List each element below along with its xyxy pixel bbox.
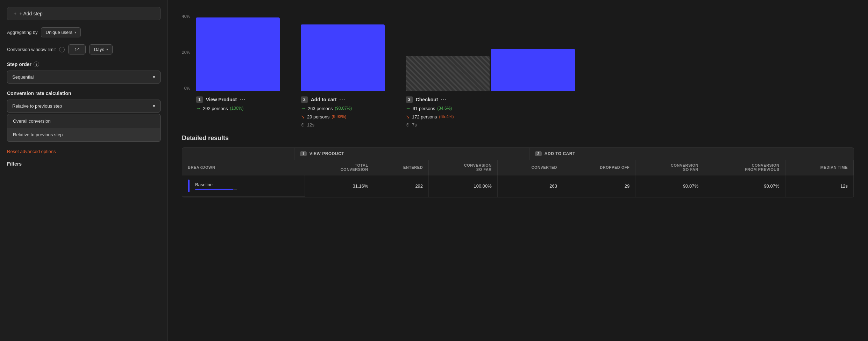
cell-total-conversion: 31.16% <box>305 175 374 197</box>
bar-add-to-cart <box>301 24 385 91</box>
step-2-badge: 2 <box>535 151 542 156</box>
conversion-window-label: Conversion window limit <box>7 47 56 52</box>
conversion-window-input[interactable] <box>68 44 86 55</box>
step-badge-1: 1 <box>196 96 203 103</box>
progress-bar-fill <box>195 189 233 190</box>
step-3-dropped-pct: (65.4%) <box>439 114 454 119</box>
cell-entered: 292 <box>374 175 428 197</box>
results-table: BREAKDOWN TOTALCONVERSION ENTERED CONVER… <box>182 160 854 197</box>
baseline-indicator <box>188 180 190 192</box>
step-badge-3: 3 <box>406 96 413 103</box>
step-1-pct: (100%) <box>230 106 244 111</box>
step-info-3: 3 Checkout ··· → 91 persons (34.6%) ↘ 17… <box>406 96 490 128</box>
conversion-rate-dropdown[interactable]: Relative to previous step ▾ <box>7 100 161 113</box>
arrow-up-icon: → <box>301 106 306 111</box>
col-converted: CONVERTED <box>497 160 563 175</box>
arrow-down-icon: ↘ <box>301 114 305 119</box>
y-label-20: 20% <box>182 50 190 55</box>
step-header-2: 2 Add to cart ··· <box>301 96 385 103</box>
bar-checkout-striped <box>406 56 490 91</box>
step-stat-1-converted: → 292 persons (100%) <box>196 106 280 111</box>
col-dropped-off: DROPPED OFF <box>563 160 635 175</box>
aggregating-row: Aggregating by Unique users ▾ <box>7 27 161 37</box>
col-total-conversion: TOTALCONVERSION <box>305 160 374 175</box>
conversion-window-row: Conversion window limit i Days ▾ <box>7 44 161 55</box>
col-conversion-so-far-2: CONVERSIONSO FAR <box>635 160 704 175</box>
arrow-down-icon: ↘ <box>406 114 410 119</box>
conversion-rate-options: Overall conversion Relative to previous … <box>7 114 161 142</box>
conversion-window-info-icon[interactable]: i <box>59 47 65 52</box>
baseline-cell: Baseline <box>188 180 237 192</box>
aggregating-value: Unique users <box>45 30 72 35</box>
step-dots-1: ··· <box>240 97 246 102</box>
step-3-pct: (34.6%) <box>437 106 452 111</box>
cell-converted: 263 <box>497 175 563 197</box>
chevron-down-icon: ▾ <box>106 48 108 51</box>
clock-icon: ⏱ <box>301 123 305 128</box>
step-name-2: Add to cart <box>311 97 337 102</box>
step-3-time: 7s <box>412 122 417 128</box>
cell-conversion-from-prev: 90.07% <box>704 175 785 197</box>
step-2-count: 263 persons <box>308 106 333 111</box>
left-panel: + + Add step Aggregating by Unique users… <box>0 0 168 341</box>
step-column-headers: 1 VIEW PRODUCT 2 ADD TO CART <box>294 148 854 160</box>
step-2-header-name: ADD TO CART <box>545 151 575 156</box>
col-conversion-so-far-1: CONVERSIONSO FAR <box>429 160 498 175</box>
step-order-dropdown[interactable]: Sequential ▾ <box>7 71 161 84</box>
step-3-dropped-count: 172 persons <box>412 114 437 119</box>
step-name-1: View Product <box>206 97 237 102</box>
option-overall-conversion[interactable]: Overall conversion <box>7 114 160 128</box>
col-breakdown: BREAKDOWN <box>182 160 305 175</box>
step-2-dropped-pct: (9.93%) <box>332 114 346 119</box>
add-step-label: + Add step <box>19 11 43 16</box>
bar-checkout-blue <box>491 49 575 91</box>
step-stat-2-time: ⏱ 12s <box>301 122 385 128</box>
step-header-1: 1 View Product ··· <box>196 96 280 103</box>
baseline-label-container: Baseline <box>195 182 237 190</box>
step-badge-2: 2 <box>301 96 308 103</box>
th-empty <box>182 148 294 160</box>
step-order-value: Sequential <box>12 74 34 80</box>
step-order-label: Step order <box>7 61 31 67</box>
baseline-label: Baseline <box>195 182 237 187</box>
aggregating-label: Aggregating by <box>7 30 37 35</box>
y-label-0: 0% <box>184 86 190 91</box>
col-conversion-from-prev: CONVERSIONFROM PREVIOUS <box>704 160 785 175</box>
cell-dropped-off: 29 <box>563 175 635 197</box>
reset-advanced-options-button[interactable]: Reset advanced options <box>7 149 161 154</box>
col-entered: ENTERED <box>374 160 428 175</box>
step-stat-2-converted: → 263 persons (90.07%) <box>301 106 385 111</box>
days-dropdown[interactable]: Days ▾ <box>89 44 113 55</box>
plus-icon: + <box>14 11 16 16</box>
conversion-rate-label: Conversion rate calculation <box>7 90 161 96</box>
step-1-count: 292 persons <box>203 106 228 111</box>
y-axis: 40% 20% 0% <box>182 14 190 91</box>
step-info-2: 2 Add to cart ··· → 263 persons (90.07%)… <box>301 96 385 128</box>
aggregating-dropdown[interactable]: Unique users ▾ <box>41 27 81 37</box>
step-dots-2: ··· <box>340 97 346 102</box>
chevron-down-icon: ▾ <box>153 103 155 109</box>
cell-conversion-so-far-1: 100.00% <box>429 175 498 197</box>
arrow-up-icon: → <box>406 106 411 111</box>
th-step-1: 1 VIEW PRODUCT <box>294 148 529 160</box>
conversion-rate-value: Relative to previous step <box>12 103 62 109</box>
filters-title: Filters <box>7 161 22 167</box>
add-step-button[interactable]: + + Add step <box>7 7 161 20</box>
step-order-info-icon[interactable]: i <box>34 61 39 67</box>
step-header-3: 3 Checkout ··· <box>406 96 490 103</box>
step-1-header-name: VIEW PRODUCT <box>310 151 344 156</box>
right-panel: 40% 20% 0% <box>168 0 868 341</box>
step-2-pct: (90.07%) <box>335 106 352 111</box>
step-stat-3-dropped: ↘ 172 persons (65.4%) <box>406 114 490 119</box>
chevron-down-icon: ▾ <box>153 74 155 80</box>
chart-area: 40% 20% 0% <box>168 0 868 91</box>
clock-icon: ⏱ <box>406 123 410 128</box>
step-dots-3: ··· <box>441 97 447 102</box>
option-relative-previous-step[interactable]: Relative to previous step <box>7 128 160 142</box>
detailed-results-title: Detailed results <box>182 135 854 142</box>
step-stat-3-time: ⏱ 7s <box>406 122 490 128</box>
bar-group-2 <box>301 24 385 91</box>
cell-conversion-so-far-2: 90.07% <box>635 175 704 197</box>
step-stat-2-dropped: ↘ 29 persons (9.93%) <box>301 114 385 119</box>
days-value: Days <box>94 47 104 52</box>
